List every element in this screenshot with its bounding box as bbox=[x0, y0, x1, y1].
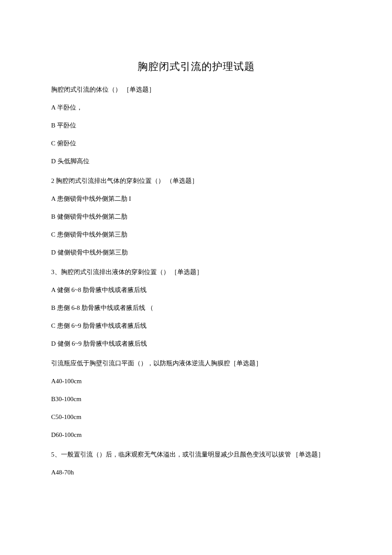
question-3: 3、胸腔闭式引流排出液体的穿刺位置（） ［单选题］ A 健侧 6~8 肋骨腋中线… bbox=[51, 267, 341, 349]
question-option: A 患侧锁骨中线外侧第二肋 I bbox=[51, 194, 341, 204]
question-option: A40-100cm bbox=[51, 376, 341, 386]
question-option: C 患侧 6~9 肋骨腋中线或者腋后线 bbox=[51, 321, 341, 331]
question-stem: 3、胸腔闭式引流排出液体的穿刺位置（） ［单选题］ bbox=[51, 267, 341, 277]
question-option: D 健侧锁骨中线外侧第三肋 bbox=[51, 247, 341, 257]
question-option: D 健侧 6~9 肋骨腋中线或者腋后线 bbox=[51, 338, 341, 349]
question-option: D60-100cm bbox=[51, 430, 341, 440]
question-option: C50-100cm bbox=[51, 412, 341, 422]
question-option: B 患侧 6-8 肋骨腋中线或者腋后线 （ bbox=[51, 303, 341, 313]
question-stem: 5、一般置引流（）后，临床观察无气体溢出，或引流量明显减少且颜色变浅可以拔管 ［… bbox=[51, 449, 341, 460]
question-stem: 胸腔闭式引流的体位（） ［单选题］ bbox=[51, 84, 341, 95]
question-option: A 健侧 6~8 肋骨腋中线或者腋后线 bbox=[51, 285, 341, 295]
question-option: A 半卧位， bbox=[51, 102, 341, 113]
question-option: C 患侧锁骨中线外侧第三肋 bbox=[51, 229, 341, 240]
question-2: 2 胸腔闭式引流排出气体的穿刺位置（） （单选题］ A 患侧锁骨中线外侧第二肋 … bbox=[51, 176, 341, 257]
question-option: B30-100cm bbox=[51, 394, 341, 404]
question-option: D 头低脚高位 bbox=[51, 156, 341, 166]
question-1: 胸腔闭式引流的体位（） ［单选题］ A 半卧位， B 平卧位 C 俯卧位 D 头… bbox=[51, 84, 341, 166]
document-title: 胸腔闭式引流的护理试题 bbox=[51, 60, 341, 73]
question-option: C 俯卧位 bbox=[51, 138, 341, 148]
question-option: A48-70h bbox=[51, 467, 341, 477]
question-option: B 健侧锁骨中线外侧第二肋 bbox=[51, 211, 341, 222]
question-stem: 2 胸腔闭式引流排出气体的穿刺位置（） （单选题］ bbox=[51, 176, 341, 186]
question-option: B 平卧位 bbox=[51, 120, 341, 130]
question-4: 引流瓶应低于胸壁引流口平面（），以防瓶内液体逆流人胸膜腔［单选题］ A40-10… bbox=[51, 358, 341, 440]
question-5: 5、一般置引流（）后，临床观察无气体溢出，或引流量明显减少且颜色变浅可以拔管 ［… bbox=[51, 449, 341, 477]
question-stem: 引流瓶应低于胸壁引流口平面（），以防瓶内液体逆流人胸膜腔［单选题］ bbox=[51, 358, 341, 368]
